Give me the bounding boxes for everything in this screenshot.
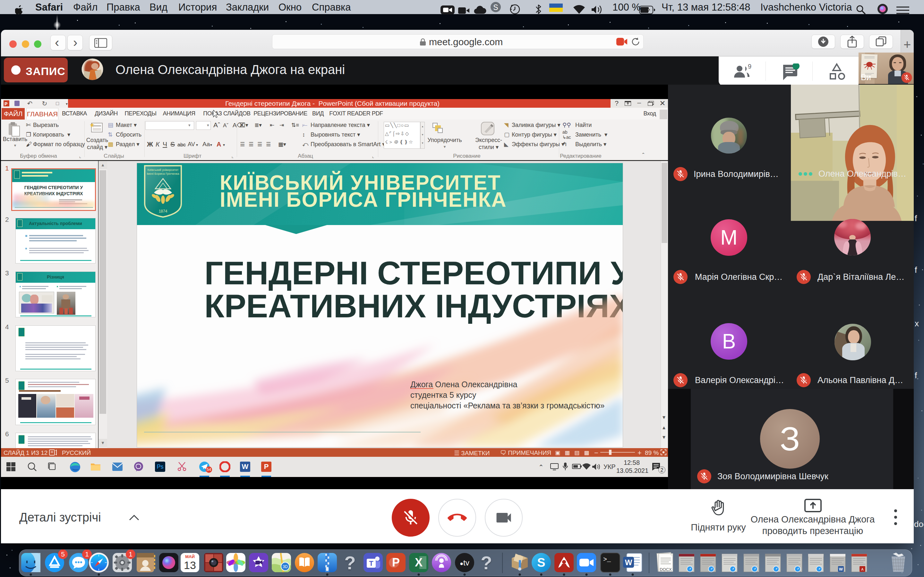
svg-text:S: S <box>537 556 545 569</box>
svg-text:1874: 1874 <box>159 209 168 213</box>
svg-text:3D: 3D <box>283 564 288 569</box>
svg-text:A: A <box>861 567 864 571</box>
svg-text:9: 9 <box>748 64 751 70</box>
svg-text:>_: >_ <box>603 556 611 563</box>
svg-text:імені Бориса Грінченка: імені Бориса Грінченка <box>147 172 179 175</box>
svg-text:13: 13 <box>184 559 196 571</box>
svg-text:W: W <box>839 567 843 572</box>
svg-text:P: P <box>392 556 400 569</box>
svg-text:W: W <box>625 558 632 567</box>
svg-text:T: T <box>369 559 373 567</box>
svg-text:Київський університет: Київський університет <box>148 168 179 171</box>
svg-text:DOCX: DOCX <box>660 567 672 572</box>
svg-text:X: X <box>415 556 423 569</box>
svg-text:МАЙ: МАЙ <box>185 554 195 559</box>
